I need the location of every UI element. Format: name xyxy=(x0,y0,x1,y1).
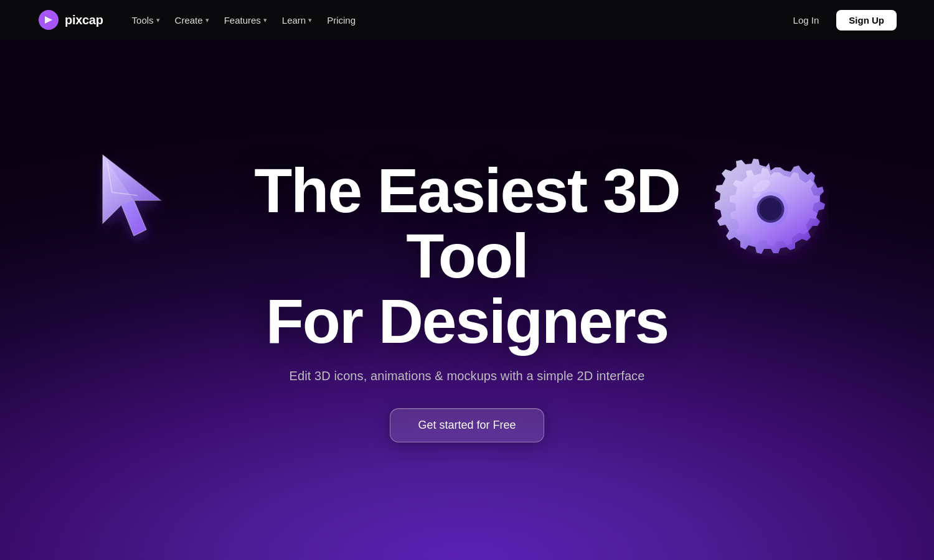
nav-item-tools[interactable]: Tools ▾ xyxy=(126,11,166,29)
nav-left: pixcap Tools ▾ Create ▾ Features ▾ Learn… xyxy=(37,9,362,31)
nav-item-learn[interactable]: Learn ▾ xyxy=(276,11,318,29)
svg-point-3 xyxy=(760,198,782,220)
logo-icon xyxy=(37,9,60,31)
logo[interactable]: pixcap xyxy=(37,9,103,31)
hero-subtitle: Edit 3D icons, animations & mockups with… xyxy=(290,369,645,383)
navbar: pixcap Tools ▾ Create ▾ Features ▾ Learn… xyxy=(0,0,934,40)
signup-button[interactable]: Sign Up xyxy=(836,10,897,30)
nav-links: Tools ▾ Create ▾ Features ▾ Learn ▾ Pric… xyxy=(126,11,362,29)
hero-title: The Easiest 3D Tool For Designers xyxy=(187,158,747,354)
nav-item-create[interactable]: Create ▾ xyxy=(169,11,215,29)
login-button[interactable]: Log In xyxy=(786,11,827,29)
chevron-down-icon: ▾ xyxy=(205,16,209,24)
cta-button[interactable]: Get started for Free xyxy=(390,408,544,442)
nav-item-pricing[interactable]: Pricing xyxy=(321,11,362,29)
hero-section: The Easiest 3D Tool For Designers Edit 3… xyxy=(0,40,934,560)
chevron-down-icon: ▾ xyxy=(263,16,267,24)
logo-text: pixcap xyxy=(65,13,103,27)
chevron-down-icon: ▾ xyxy=(156,16,160,24)
chevron-down-icon: ▾ xyxy=(308,16,312,24)
nav-item-features[interactable]: Features ▾ xyxy=(218,11,273,29)
nav-right: Log In Sign Up xyxy=(786,10,897,30)
gear-3d-icon xyxy=(713,158,828,276)
cursor-3d-icon xyxy=(81,146,193,260)
